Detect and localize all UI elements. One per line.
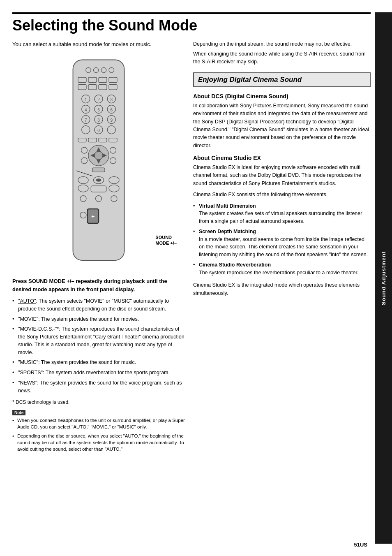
note-2: Depending on the disc or source, when yo…	[12, 433, 185, 452]
note-1: When you connect headphones to the unit …	[12, 417, 185, 430]
dcs-body: In collaboration with Sony Pictures Ente…	[193, 102, 371, 150]
svg-text:8: 8	[97, 118, 100, 123]
svg-point-52	[96, 178, 101, 182]
svg-text:9: 9	[110, 118, 113, 123]
svg-text:6: 6	[110, 108, 113, 112]
cinema-closing: Cinema Studio EX is the integrated mode …	[193, 281, 371, 297]
svg-text:+: +	[91, 213, 95, 220]
svg-text:0: 0	[97, 128, 100, 133]
bullet-movie-dcs: "MOVIE-D.C.S.-"*: The system reproduces …	[12, 325, 185, 356]
svg-text:2: 2	[97, 97, 100, 102]
cinema-heading: About Cinema Studio EX	[193, 155, 371, 161]
footnote: * DCS technology is used.	[12, 399, 185, 405]
page-title: Selecting the Sound Mode	[12, 12, 371, 34]
page-number: 51US	[354, 542, 367, 548]
svg-text:3: 3	[110, 97, 113, 102]
section-box: Enjoying Digital Cinema Sound	[193, 72, 371, 87]
svg-text:1: 1	[85, 97, 87, 102]
svg-point-44	[95, 151, 103, 160]
element-sdm: Screen Depth MatchingIn a movie theater,…	[193, 228, 371, 259]
sound-mode-label: SOUNDMODE +/–	[155, 234, 177, 246]
cinema-body1: Cinema Studio EX is ideal for enjoying m…	[193, 164, 371, 188]
element-csr: Cinema Studio ReverberationThe system re…	[193, 261, 371, 277]
note-label: Note	[12, 410, 25, 415]
section-title: Enjoying Digital Cinema Sound	[198, 76, 302, 83]
auto-text: "AUTO"	[18, 298, 36, 304]
bullet-auto: "AUTO": The system selects "MOVIE" or "M…	[12, 297, 185, 313]
left-column: You can select a suitable sound mode for…	[12, 40, 185, 544]
svg-text:7: 7	[85, 118, 87, 123]
note-list: When you connect headphones to the unit …	[12, 417, 185, 452]
right-note-1: Depending on the input stream, the sound…	[193, 40, 371, 48]
bullet-sports: "SPORTS": The system adds reverberation …	[12, 369, 185, 377]
remote-illustration: 1 2 3 4 5 6 7 8	[12, 55, 185, 271]
bullet-music: "MUSIC": The system provides the sound f…	[12, 359, 185, 366]
cinema-elements-list: Virtual Multi DimensionThe system create…	[193, 202, 371, 277]
svg-rect-49	[92, 168, 105, 172]
bullet-movie: "MOVIE": The system provides the sound f…	[12, 315, 185, 323]
dcs-heading: About DCS (Digital Cinema Sound)	[193, 93, 371, 100]
mode-bullets: "AUTO": The system selects "MOVIE" or "M…	[12, 297, 185, 394]
press-instruction: Press SOUND MODE +/– repeatedly during p…	[12, 277, 185, 293]
right-intro-notes: Depending on the input stream, the sound…	[193, 40, 371, 66]
element-vmd: Virtual Multi DimensionThe system create…	[193, 202, 371, 225]
sidebar: Sound Adjustment	[375, 12, 392, 544]
note-box: Note When you connect headphones to the …	[12, 409, 185, 452]
cinema-body2: Cinema Studio EX consists of the followi…	[193, 191, 371, 199]
bullet-news: "NEWS": The system provides the sound fo…	[12, 379, 185, 395]
intro-text: You can select a suitable sound mode for…	[12, 40, 185, 49]
svg-text:5: 5	[97, 108, 100, 112]
svg-text:4: 4	[85, 108, 87, 112]
right-column: Depending on the input stream, the sound…	[193, 40, 371, 544]
right-note-2: When changing the sound mode while using…	[193, 50, 371, 66]
sidebar-label: Sound Adjustment	[380, 251, 387, 305]
